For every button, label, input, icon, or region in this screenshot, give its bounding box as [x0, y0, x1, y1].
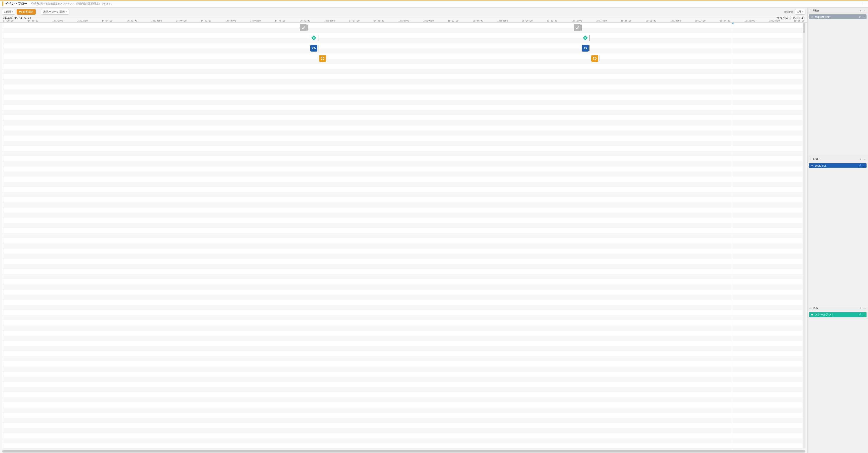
page-title: イベントフロー — [5, 1, 27, 6]
chevron-down-icon: ▾ — [802, 11, 803, 13]
timeline-tick: 14:44:00 — [225, 20, 236, 22]
timeline-range-row: 2024/05/15 14:24:43 2024/05/15 15:30:43 — [0, 17, 807, 20]
header-accent — [2, 1, 3, 6]
timeline-horizontal-scrollbar[interactable] — [2, 450, 805, 453]
timeline-tick: 15:22:00 — [695, 20, 706, 22]
auto-refresh-label: 自動更新 — [784, 10, 794, 14]
filter-item[interactable]: request_limit ⌄ — [809, 14, 867, 19]
edit-icon[interactable] — [859, 164, 861, 167]
chevron-down-icon: ▾ — [12, 11, 13, 13]
timeline-tick: 14:30:00 — [52, 20, 63, 22]
chevron-down-icon[interactable]: ⌄ — [863, 15, 865, 18]
range-duration-label: 1時間 — [4, 10, 11, 14]
panel-action-collapse-icon[interactable]: ︿ — [863, 157, 866, 161]
timeline[interactable] — [2, 23, 805, 448]
display-pattern-select[interactable]: 表示パターン選択 ▾ — [41, 9, 69, 15]
panel-rule-body: スケールアウト ⌄ — [808, 311, 868, 453]
event-duration-handle[interactable] — [589, 45, 590, 51]
panel-rule: ⠿ Rule ＋ ︿ スケールアウト ⌄ — [808, 305, 868, 453]
page-header: イベントフロー OASEに関する各種設定をメンテナンス（閲覧/登録/更新/廃止）… — [0, 0, 868, 7]
timeline-tick: 15:10:00 — [547, 20, 557, 22]
event-check-2[interactable] — [574, 24, 581, 31]
svg-rect-0 — [19, 11, 22, 13]
timeline-tick: 15:20:00 — [670, 20, 681, 22]
edit-icon[interactable] — [859, 313, 861, 316]
timeline-ticks: 14:26:0014:28:0014:30:0014:32:0014:34:00… — [0, 20, 807, 23]
range-mode-button[interactable]: 範囲指定 — [17, 9, 36, 15]
event-duration-handle[interactable] — [327, 56, 327, 61]
panel-action-body: scale-out ⌄ — [808, 162, 868, 305]
timeline-tick: 15:30:00 — [794, 20, 804, 22]
rule-item[interactable]: スケールアウト ⌄ — [809, 312, 867, 317]
event-duration-handle[interactable] — [581, 25, 582, 31]
timeline-tick: 14:48:00 — [275, 20, 285, 22]
event-duration-handle[interactable] — [318, 35, 318, 41]
timeline-tick: 15:02:00 — [448, 20, 459, 22]
timeline-vertical-scrollbar[interactable] — [803, 23, 805, 448]
panel-rule-collapse-icon[interactable]: ︿ — [863, 306, 866, 310]
timeline-tick: 14:52:00 — [324, 20, 335, 22]
timeline-tick: 15:24:00 — [720, 20, 730, 22]
event-duration-handle[interactable] — [318, 45, 318, 51]
event-retry-2[interactable] — [591, 55, 598, 62]
chevron-down-icon[interactable]: ⌄ — [863, 313, 865, 316]
timeline-horizontal-scrollbar-thumb[interactable] — [2, 450, 805, 452]
timeline-tick: 15:14:00 — [596, 20, 607, 22]
timeline-tick: 14:28:00 — [28, 20, 38, 22]
timeline-vertical-scrollbar-thumb[interactable] — [803, 23, 805, 33]
check-circle-icon — [811, 15, 813, 18]
timeline-tick: 15:18:00 — [646, 20, 656, 22]
timeline-tick: 14:46:00 — [250, 20, 260, 22]
timeline-tick: 15:04:00 — [473, 20, 483, 22]
edit-icon[interactable] — [859, 15, 861, 18]
diamond-icon — [811, 313, 813, 316]
timeline-tick: 14:36:00 — [127, 20, 137, 22]
event-duration-handle[interactable] — [599, 56, 599, 61]
panel-filter-body: request_limit ⌄ — [808, 13, 868, 156]
timeline-tick: 14:38:00 — [151, 20, 162, 22]
panel-rule-add-icon[interactable]: ＋ — [859, 306, 862, 310]
auto-refresh-value: 1秒 — [797, 10, 801, 14]
svg-rect-7 — [811, 314, 813, 316]
timeline-tick: 14:50:00 — [300, 20, 310, 22]
timeline-tick: 15:26:00 — [744, 20, 755, 22]
timeline-tick: 15:12:00 — [571, 20, 582, 22]
grip-icon: ⠿ — [810, 158, 811, 161]
header-menu-icon[interactable]: ⋮ — [860, 2, 866, 6]
panel-filter-collapse-icon[interactable]: ︿ — [863, 8, 866, 12]
range-mode-label: 範囲指定 — [23, 10, 33, 14]
event-retry-1[interactable] — [319, 55, 326, 62]
page-subtitle: OASEに関する各種設定をメンテナンス（閲覧/登録/更新/廃止）できます。 — [31, 2, 114, 5]
event-rule-2[interactable] — [582, 34, 589, 41]
action-item[interactable]: scale-out ⌄ — [809, 163, 867, 168]
panel-action-head[interactable]: ⠿ Action ＋ ︿ — [808, 156, 868, 162]
timeline-stripes — [2, 23, 805, 448]
timeline-tick: 15:00:00 — [423, 20, 434, 22]
panel-action-add-icon[interactable]: ＋ — [859, 157, 862, 161]
main-area: 1時間 ▾ 範囲指定 表示パターン選択 ▾ 自動更新 1秒 ▾ 2024/ — [0, 7, 808, 453]
timeline-tick: 15:06:00 — [497, 20, 508, 22]
now-indicator-line — [733, 23, 733, 448]
panel-action: ⠿ Action ＋ ︿ scale-out — [808, 156, 868, 305]
panel-filter-title: Filter — [813, 9, 819, 12]
panel-filter-head[interactable]: ⠿ Filter ＋ ︿ — [808, 7, 868, 13]
panel-rule-head[interactable]: ⠿ Rule ＋ ︿ — [808, 305, 868, 311]
toolbar: 1時間 ▾ 範囲指定 表示パターン選択 ▾ 自動更新 1秒 ▾ — [0, 7, 807, 17]
panel-rule-title: Rule — [813, 306, 819, 310]
chevron-down-icon[interactable]: ⌄ — [863, 164, 865, 167]
panel-filter-add-icon[interactable]: ＋ — [859, 8, 862, 12]
event-duration-handle[interactable] — [307, 25, 308, 31]
timeline-tick: 14:54:00 — [349, 20, 360, 22]
event-action-1[interactable] — [310, 45, 317, 52]
event-duration-handle[interactable] — [589, 35, 590, 41]
event-action-2[interactable] — [582, 45, 589, 52]
timeline-tick: 15:08:00 — [522, 20, 532, 22]
auto-refresh-select[interactable]: 1秒 ▾ — [795, 9, 805, 15]
event-rule-1[interactable] — [310, 34, 317, 41]
action-item-label: scale-out — [815, 164, 826, 167]
timeline-tick: 14:26:00 — [3, 20, 13, 22]
event-check-1[interactable] — [300, 24, 307, 31]
timeline-tick: 14:58:00 — [398, 20, 409, 22]
range-duration-button[interactable]: 1時間 ▾ — [2, 9, 15, 15]
chevron-down-icon: ▾ — [66, 11, 67, 13]
